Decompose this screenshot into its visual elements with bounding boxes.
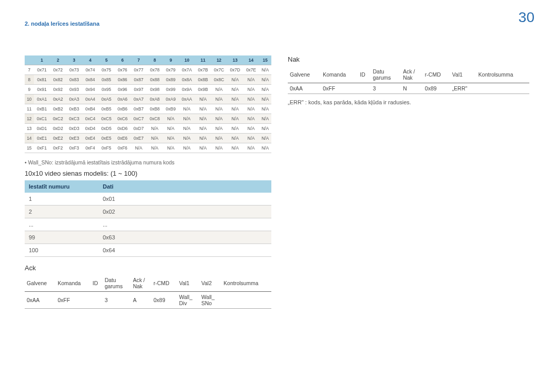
table-row: 100xA10xA20xA30xA40xA50xA60xA70xA80xA90x… <box>25 95 271 104</box>
ack-th-0: Galvene <box>25 275 55 292</box>
hex-col-4: 4 <box>82 55 98 65</box>
hex-cell: 0xA9 <box>163 95 179 104</box>
ack-cell: 3 <box>103 292 131 309</box>
nak-cell: N <box>401 83 423 94</box>
model-cell: 0x63 <box>99 231 271 244</box>
table-row: ...... <box>25 218 271 231</box>
hex-cell: 7 <box>25 65 34 75</box>
model-cell: 0x01 <box>99 193 271 206</box>
hex-cell: 0xA7 <box>131 95 146 104</box>
hex-cell: N/A <box>243 114 259 124</box>
hex-cell: N/A <box>195 114 211 124</box>
hex-cell: 0xD2 <box>50 124 66 134</box>
nak-cell: 0xAA <box>288 83 321 94</box>
nak-cell: „ERR" <box>450 83 476 94</box>
hex-cell: N/A <box>179 104 195 114</box>
nak-cell <box>358 83 371 94</box>
hex-cell: 0xA5 <box>98 95 114 104</box>
ack-cell: A <box>131 292 152 309</box>
hex-cell: 0x79 <box>163 65 179 75</box>
nak-table: GalveneKomandaIDDatugarumsAck /Nakr-CMDV… <box>288 66 529 94</box>
hex-cell: 8 <box>25 75 34 85</box>
hex-cell: 12 <box>25 114 34 124</box>
hex-cell: 0xE4 <box>82 134 98 143</box>
hex-cell: 0x99 <box>163 85 179 95</box>
hex-cell: 0x78 <box>146 65 162 75</box>
ack-cell: Wall_SNo <box>199 292 221 309</box>
hex-cell: N/A <box>243 95 259 104</box>
hex-col-12: 12 <box>211 55 227 65</box>
hex-cell: 0x98 <box>146 85 162 95</box>
hex-cell: 0xA1 <box>34 95 50 104</box>
hex-cell: 0xC5 <box>98 114 114 124</box>
hex-cell: 0x8A <box>179 75 195 85</box>
hex-cell: N/A <box>227 75 243 85</box>
hex-cell: 0xB3 <box>66 104 82 114</box>
hex-cell: 0xB6 <box>115 104 131 114</box>
hex-cell: 0x84 <box>82 75 98 85</box>
hex-cell: 0xA3 <box>66 95 82 104</box>
hex-cell: N/A <box>259 104 271 114</box>
hex-cell: 0x74 <box>82 65 98 75</box>
model-cell: 99 <box>25 231 99 244</box>
nak-cell: 0x89 <box>423 83 450 94</box>
hex-cell: 0xF3 <box>66 143 82 153</box>
hex-cell: N/A <box>163 114 179 124</box>
ack-th-7: Val2 <box>199 275 221 292</box>
hex-cell: 0xB9 <box>163 104 179 114</box>
hex-cell: 0xF2 <box>50 143 66 153</box>
hex-cell: 0xC6 <box>115 114 131 124</box>
hex-cell: 0x75 <box>98 65 114 75</box>
hex-cell: N/A <box>146 134 162 143</box>
hex-cell: N/A <box>259 114 271 124</box>
ack-cell: Wall_Div <box>177 292 199 309</box>
hex-cell: N/A <box>163 124 179 134</box>
err-note: „ERR" : kods, kas parāda, kāda kļūda ir … <box>288 99 529 105</box>
hex-cell: 0x93 <box>66 85 82 95</box>
hex-cell: 0xC2 <box>50 114 66 124</box>
hex-cell: N/A <box>259 85 271 95</box>
model-table: Iestatīt numuru Dati 10x0120x02......990… <box>25 180 271 257</box>
hex-cell: N/A <box>227 143 243 153</box>
nak-cell: 0xFF <box>321 83 358 94</box>
wall-sno-note: Wall_SNo: izstrādājumā iestatītais izstr… <box>25 159 271 165</box>
hex-cell: 0xB5 <box>98 104 114 114</box>
hex-cell: N/A <box>131 143 146 153</box>
hex-cell: N/A <box>227 85 243 95</box>
hex-cell: 0xE2 <box>50 134 66 143</box>
hex-cell: N/A <box>243 124 259 134</box>
hex-cell: N/A <box>243 85 259 95</box>
hex-cell: 0xD3 <box>66 124 82 134</box>
hex-cell: N/A <box>195 95 211 104</box>
hex-cell: 0x95 <box>98 85 114 95</box>
right-column: Nak GalveneKomandaIDDatugarumsAck /Nakr-… <box>288 55 529 105</box>
ack-th-4: Ack /Nak <box>131 275 152 292</box>
hex-cell: 0x87 <box>131 75 146 85</box>
nak-th-1: Komanda <box>321 66 358 83</box>
hex-cell: 10 <box>25 95 34 104</box>
ack-heading: Ack <box>25 264 271 272</box>
ack-th-6: Val1 <box>177 275 199 292</box>
hex-col-1: 1 <box>34 55 50 65</box>
hex-cell: N/A <box>163 143 179 153</box>
hex-cell: N/A <box>179 134 195 143</box>
nak-cell <box>476 83 529 94</box>
hex-cell: N/A <box>227 114 243 124</box>
hex-col-7: 7 <box>131 55 146 65</box>
ack-th-1: Komanda <box>55 275 90 292</box>
hex-cell: N/A <box>179 124 195 134</box>
hex-cell: N/A <box>227 124 243 134</box>
hex-cell: N/A <box>195 124 211 134</box>
hex-cell: 9 <box>25 85 34 95</box>
ack-table: GalveneKomandaIDDatugarumsAck /Nakr-CMDV… <box>25 275 271 309</box>
hex-cell: 14 <box>25 134 34 143</box>
model-cell: ... <box>99 218 271 231</box>
hex-cell: 0xB2 <box>50 104 66 114</box>
model-th-data: Dati <box>99 180 271 193</box>
hex-cell: 0x96 <box>115 85 131 95</box>
hex-cell: 0xE5 <box>98 134 114 143</box>
ack-cell: 0xFF <box>55 292 90 309</box>
hex-cell: 0x9A <box>179 85 195 95</box>
hex-cell: N/A <box>259 143 271 153</box>
nak-th-7: Kontrolsumma <box>476 66 529 83</box>
